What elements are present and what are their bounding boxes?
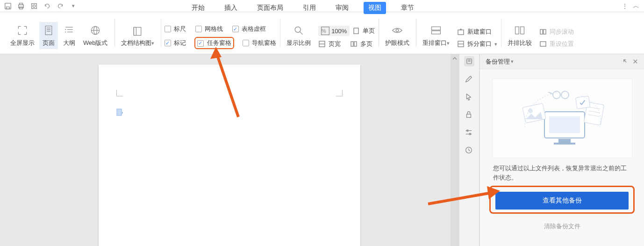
sync-scroll-button[interactable]: 同步滚动: [539, 28, 574, 36]
sync-scroll-label: 同步滚动: [550, 28, 574, 36]
fullscreen-button[interactable]: 全屏显示: [7, 22, 37, 49]
task-pane-label: 任务窗格: [207, 39, 231, 46]
page-icon: [42, 24, 55, 37]
panel-close-icon[interactable]: [632, 58, 638, 65]
print-preview-icon[interactable]: [30, 2, 38, 10]
fullscreen-icon: [16, 24, 29, 37]
panel-title[interactable]: 备份管理: [486, 58, 510, 66]
svg-point-6: [33, 5, 35, 7]
side-tool-strip: [459, 54, 479, 246]
new-window-label: 新建窗口: [467, 28, 492, 36]
svg-rect-42: [540, 42, 546, 46]
cursor-icon[interactable]: [465, 93, 474, 102]
lock-icon[interactable]: [465, 110, 474, 120]
svg-rect-28: [351, 42, 353, 46]
svg-point-64: [553, 91, 560, 99]
tab-chapter[interactable]: 章节: [396, 2, 419, 14]
svg-rect-0: [5, 3, 11, 8]
side-by-side-label: 并排比较: [508, 39, 532, 47]
zoom-label: 显示比例: [286, 39, 311, 47]
save-icon[interactable]: [4, 2, 12, 10]
task-pane-checkbox[interactable]: [197, 40, 204, 47]
gridlines-checkbox[interactable]: [195, 26, 202, 32]
svg-point-65: [561, 91, 569, 99]
backup-illustration: [492, 79, 632, 158]
history-icon[interactable]: [465, 146, 474, 155]
tab-view[interactable]: 视图: [364, 2, 386, 14]
webview-label: Web版式: [83, 39, 108, 47]
panel-popout-icon[interactable]: [623, 58, 629, 65]
page-view-label: 页面: [43, 39, 55, 47]
page-width-label[interactable]: 页宽: [329, 40, 341, 48]
zoom-value-box[interactable]: % 100%: [318, 26, 350, 36]
tab-layout[interactable]: 页面布局: [252, 2, 288, 14]
dropdown-icon[interactable]: ▾: [69, 2, 78, 10]
gridlines-label: 网格线: [205, 25, 223, 33]
section-icon[interactable]: [116, 109, 123, 116]
reset-position-icon: [539, 40, 547, 48]
svg-rect-29: [354, 42, 357, 46]
side-by-side-button[interactable]: 并排比较: [505, 22, 535, 49]
eye-icon: [391, 24, 404, 37]
redo-icon[interactable]: [56, 2, 64, 10]
tab-start[interactable]: 开始: [187, 2, 209, 14]
page-view-button[interactable]: 页面: [39, 22, 58, 49]
svg-rect-5: [32, 3, 37, 8]
svg-rect-32: [432, 31, 441, 34]
svg-rect-7: [45, 26, 52, 35]
marks-label: 标记: [174, 39, 186, 47]
svg-point-15: [65, 31, 66, 32]
webview-button[interactable]: Web版式: [80, 22, 111, 49]
eyecare-label: 护眼模式: [385, 39, 409, 47]
new-window-button[interactable]: 新建窗口: [457, 28, 497, 36]
side-toggle-icon[interactable]: [464, 56, 474, 66]
panel-title-dropdown-icon[interactable]: ▾: [511, 58, 514, 65]
highlight-task-pane: 任务窗格: [194, 37, 235, 49]
split-window-button[interactable]: 拆分窗口 ▾: [457, 40, 497, 48]
zoom-button[interactable]: 显示比例: [284, 22, 314, 49]
undo-icon[interactable]: [43, 2, 51, 10]
fullscreen-label: 全屏显示: [10, 39, 35, 47]
view-other-backup-button[interactable]: 查看其他备份: [495, 192, 629, 210]
svg-rect-41: [544, 29, 546, 34]
reset-position-button[interactable]: 重设位置: [539, 40, 574, 48]
scroll-up-icon[interactable]: [451, 55, 458, 62]
zoom-value: 100%: [331, 28, 347, 35]
arrange-windows-button[interactable]: 重排窗口▾: [420, 22, 452, 49]
svg-rect-54: [549, 116, 580, 133]
side-by-side-icon: [513, 24, 526, 37]
menu-tabs: 开始 插入 页面布局 引用 审阅 视图 章节: [187, 2, 419, 14]
svg-point-30: [396, 29, 399, 32]
print-icon[interactable]: [17, 2, 25, 10]
doc-structure-label: 文档结构图: [121, 39, 151, 47]
vertical-scrollbar[interactable]: [451, 54, 459, 246]
tab-reference[interactable]: 引用: [298, 2, 321, 14]
ribbon-view: 全屏显示 页面 大纲 Web版式 文档结构图▾ 标尺 网格线: [0, 12, 644, 54]
panel-title-bar: 备份管理 ▾: [480, 54, 644, 69]
collapse-icon[interactable]: ︿: [632, 2, 640, 10]
document-workspace: [0, 54, 459, 246]
page-width-icon: [318, 40, 326, 48]
clear-backup-link[interactable]: 清除备份文件: [480, 222, 644, 231]
pencil-icon[interactable]: [465, 75, 474, 84]
outline-button[interactable]: 大纲: [60, 22, 79, 49]
doc-structure-button[interactable]: 文档结构图▾: [118, 23, 157, 49]
document-page[interactable]: [99, 65, 360, 246]
tab-review[interactable]: 审阅: [331, 2, 353, 14]
outline-label: 大纲: [63, 39, 75, 47]
svg-rect-33: [458, 30, 464, 35]
more-icon[interactable]: ⋮: [621, 2, 629, 10]
single-page-label[interactable]: 单页: [363, 27, 375, 35]
multi-page-label[interactable]: 多页: [360, 40, 372, 48]
svg-rect-19: [134, 27, 141, 35]
nav-pane-checkbox[interactable]: [243, 40, 249, 46]
svg-rect-3: [19, 3, 22, 5]
web-icon: [89, 24, 102, 37]
highlight-view-backup: 查看其他备份: [489, 186, 635, 214]
eyecare-button[interactable]: 护眼模式: [382, 22, 412, 49]
settings-icon[interactable]: [465, 128, 474, 137]
tab-insert[interactable]: 插入: [220, 2, 242, 14]
table-outline-checkbox[interactable]: [232, 26, 239, 32]
ruler-checkbox[interactable]: [165, 26, 171, 32]
marks-checkbox[interactable]: [165, 40, 171, 46]
